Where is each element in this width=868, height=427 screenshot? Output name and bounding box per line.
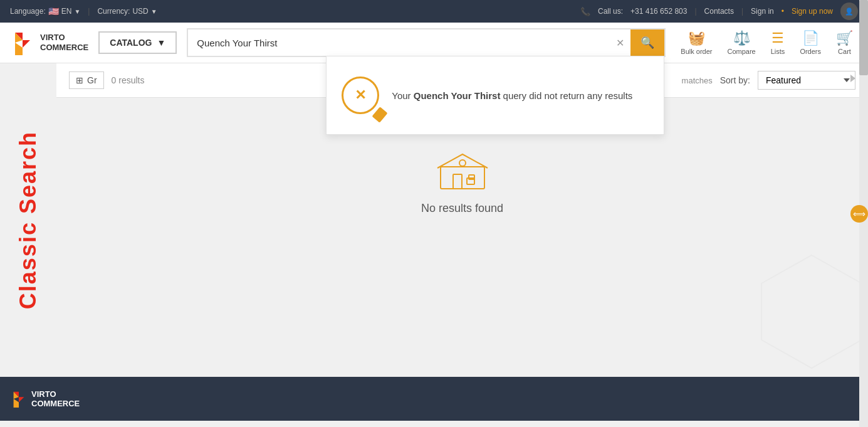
header: VIRTO COMMERCE CATALOG ▼ ✕ 🔍 ✕ Your Quen… [0, 23, 868, 63]
results-title: ⊞ Gr 0 results [69, 71, 144, 89]
no-results-search-icon: ✕ [342, 76, 379, 114]
footer: VIRTO COMMERCE [0, 377, 868, 421]
orders-button[interactable]: 📄 Orders [795, 28, 826, 58]
footer-logo: VIRTO COMMERCE [10, 389, 80, 408]
svg-marker-10 [850, 75, 855, 82]
header-icons: 🧺 Bulk order ⚖️ Compare ☰ Lists 📄 Orders… [676, 28, 858, 58]
svg-marker-2 [23, 40, 30, 48]
currency-dropdown-arrow: ▼ [151, 8, 157, 15]
lists-icon: ☰ [771, 30, 784, 46]
currency-selector[interactable]: Currency: USD ▼ [97, 7, 157, 16]
phone-number[interactable]: +31 416 652 803 [630, 7, 687, 16]
search-input[interactable] [188, 31, 610, 55]
avatar[interactable]: 👤 [840, 3, 858, 20]
cart-icon: 🛒 [836, 30, 853, 46]
lang-dropdown-arrow: ▼ [74, 8, 80, 15]
catalog-button[interactable]: CATALOG ▼ [98, 31, 177, 54]
separator-1: | [88, 7, 90, 16]
results-count: 0 results [112, 75, 145, 85]
sign-in-link[interactable]: Sign in [751, 7, 774, 16]
sort-label: Sort by: [720, 75, 750, 85]
svg-rect-5 [453, 174, 462, 189]
top-bar: Language: 🇺🇸 EN ▼ | Currency: USD ▼ 📞 Ca… [0, 0, 868, 23]
search-button[interactable]: 🔍 [630, 29, 664, 56]
flag-icon: 🇺🇸 [48, 6, 59, 16]
language-selector[interactable]: Language: 🇺🇸 EN ▼ [10, 6, 80, 16]
compare-icon: ⚖️ [733, 30, 750, 46]
compare-button[interactable]: ⚖️ Compare [723, 28, 761, 58]
phone-label: Call us: [598, 7, 623, 16]
phone-icon: 📞 [580, 7, 590, 16]
scrollbar-thumb[interactable] [859, 0, 868, 75]
sidebar-vertical: Classic Search [0, 63, 56, 377]
separator-2: | [694, 7, 696, 16]
logo-icon [10, 30, 35, 55]
footer-logo-text: VIRTO COMMERCE [31, 389, 80, 408]
currency-value: USD [132, 7, 148, 16]
sidebar-vertical-text: Classic Search [15, 131, 41, 309]
catalog-dropdown-arrow: ▼ [157, 38, 165, 48]
hex-decoration [755, 249, 868, 377]
grid-icon: ⊞ [76, 75, 83, 85]
search-clear-button[interactable]: ✕ [610, 37, 630, 49]
footer-logo-icon [10, 390, 28, 408]
orders-icon: 📄 [802, 30, 819, 46]
cart-button[interactable]: 🛒 Cart [831, 28, 858, 58]
search-bar: ✕ 🔍 ✕ Your Quench Your Thirst query did … [187, 28, 666, 57]
no-results-message: Your Quench Your Thirst query did not re… [392, 90, 632, 101]
grid-view-button[interactable]: ⊞ Gr [69, 71, 104, 89]
svg-point-6 [459, 160, 466, 166]
dot-separator: • [782, 7, 784, 16]
logo[interactable]: VIRTO COMMERCE [10, 30, 88, 55]
contacts-link[interactable]: Contacts [704, 7, 734, 16]
svg-marker-9 [761, 255, 862, 368]
top-bar-right: 📞 Call us: +31 416 652 803 | Contacts | … [580, 3, 858, 20]
no-results-found-text: No results found [421, 202, 503, 215]
search-dropdown: ✕ Your Quench Your Thirst query did not … [326, 56, 664, 135]
currency-label: Currency: [97, 7, 130, 16]
lists-button[interactable]: ☰ Lists [766, 28, 790, 58]
warehouse-icon [434, 148, 491, 192]
expand-panel-button[interactable]: ⟺ [850, 205, 868, 223]
collapse-panel-button[interactable] [848, 73, 858, 86]
svg-marker-13 [19, 397, 24, 402]
bulk-order-icon: 🧺 [688, 30, 705, 46]
sign-up-link[interactable]: Sign up now [792, 7, 833, 16]
logo-text: VIRTO COMMERCE [40, 33, 88, 52]
svg-marker-3 [15, 43, 23, 55]
svg-marker-14 [14, 399, 19, 408]
filter-matches: matches [682, 76, 713, 85]
separator-3: | [741, 7, 743, 16]
language-value: EN [61, 7, 72, 16]
top-bar-left: Language: 🇺🇸 EN ▼ | Currency: USD ▼ [10, 6, 157, 16]
sort-select[interactable]: Featured Price: Low to High Price: High … [758, 71, 855, 90]
results-right: matches Sort by: Featured Price: Low to … [682, 71, 855, 90]
language-label: Language: [10, 7, 46, 16]
bulk-order-button[interactable]: 🧺 Bulk order [676, 28, 717, 58]
